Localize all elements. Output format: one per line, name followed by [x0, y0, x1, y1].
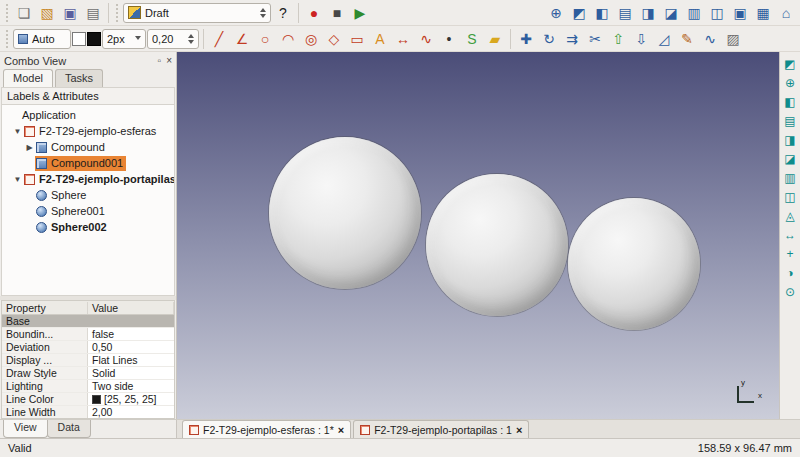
view-rear-icon[interactable]: ◪	[781, 149, 800, 168]
macro-record-icon[interactable]: ●	[303, 2, 325, 24]
zoom-in-icon[interactable]: ⊙	[781, 282, 800, 301]
view-fit-all-icon[interactable]: ⊕	[781, 73, 800, 92]
draft-polygon-icon[interactable]: ◇	[323, 28, 345, 50]
view-fit-all-icon[interactable]: ⊕	[545, 2, 567, 24]
panel-title-bar[interactable]: Combo View ▫ ×	[0, 52, 176, 69]
macro-stop-icon[interactable]: ■	[326, 2, 348, 24]
tab-doc-esferas[interactable]: F2-T29-ejemplo-esferas : 1* ×	[182, 420, 351, 438]
property-row-line-width[interactable]: Line Width 2,00	[2, 406, 174, 419]
view-dimetric-icon[interactable]: ▣	[729, 2, 751, 24]
property-row-draw-style[interactable]: Draw Style Solid	[2, 367, 174, 380]
sphere-3d-2[interactable]	[426, 174, 568, 316]
view-left-icon[interactable]: ◫	[706, 2, 728, 24]
close-tab-icon[interactable]: ×	[516, 424, 522, 436]
sphere-3d-1[interactable]	[269, 137, 421, 289]
view-left-icon[interactable]: ◫	[781, 187, 800, 206]
open-document-icon[interactable]: ▧	[36, 2, 58, 24]
draft-scale-icon[interactable]: ◿	[653, 28, 675, 50]
draft-wire-to-bspline-icon[interactable]: ∿	[699, 28, 721, 50]
view-rear-icon[interactable]: ◪	[660, 2, 682, 24]
property-row-lighting[interactable]: Lighting Two side	[2, 380, 174, 393]
close-panel-icon[interactable]: ×	[166, 55, 172, 66]
stereo-view-icon[interactable]: ◑	[781, 263, 800, 282]
float-panel-icon[interactable]: ▫	[158, 55, 162, 66]
property-row-deviation[interactable]: Deviation 0,50	[2, 341, 174, 354]
draft-text-icon[interactable]: A	[369, 28, 391, 50]
property-row-base[interactable]: Base	[2, 315, 174, 328]
close-tab-icon[interactable]: ×	[338, 424, 344, 436]
draft-rectangle-icon[interactable]: ▭	[346, 28, 368, 50]
toggle-axis-cross-icon[interactable]: +	[781, 244, 800, 263]
combo-spin-arrows-icon[interactable]	[260, 5, 266, 21]
draft-upgrade-icon[interactable]: ⇧	[607, 28, 629, 50]
tree-expand-arrow[interactable]: ▼	[12, 127, 23, 136]
face-color-swatch[interactable]	[72, 32, 86, 46]
draft-move-icon[interactable]: ✚	[515, 28, 537, 50]
tree-item-compound001[interactable]: Compound001	[2, 155, 174, 171]
print-icon[interactable]: ▤	[82, 2, 104, 24]
view-right-icon[interactable]: ◨	[637, 2, 659, 24]
toggle-clipping-icon[interactable]: ◬	[781, 206, 800, 225]
tree-item-application[interactable]: Application	[2, 107, 174, 123]
view-trimetric-icon[interactable]: ▦	[752, 2, 774, 24]
toolbar-grip[interactable]	[116, 4, 119, 22]
whatsthis-icon[interactable]: ?	[272, 2, 294, 24]
view-top-icon[interactable]: ▤	[781, 111, 800, 130]
tab-doc-portapilas[interactable]: F2-T29-ejemplo-portapilas : 1 ×	[353, 420, 529, 438]
tree-expand-arrow[interactable]: ▼	[12, 175, 23, 184]
workbench-selector[interactable]: Draft	[123, 3, 271, 23]
scale-spinbox[interactable]: 0,20	[147, 29, 199, 49]
save-document-icon[interactable]: ▣	[59, 2, 81, 24]
property-row-line-color[interactable]: Line Color [25, 25, 25]	[2, 393, 174, 406]
tree-item-compound[interactable]: ▶ Compound	[2, 139, 174, 155]
tree-expand-arrow[interactable]: ▶	[24, 143, 35, 152]
draft-dimension-icon[interactable]: ↔	[392, 28, 414, 50]
draft-bspline-icon[interactable]: ∿	[415, 28, 437, 50]
tree-item-sphere002[interactable]: Sphere002	[2, 219, 174, 235]
line-width-select[interactable]: 2px	[102, 29, 146, 49]
draft-polyline-icon[interactable]: ∠	[231, 28, 253, 50]
spinbox-arrows-icon[interactable]	[188, 31, 194, 47]
3d-viewport[interactable]: y x	[177, 52, 779, 419]
view-front-icon[interactable]: ◧	[591, 2, 613, 24]
draft-point-icon[interactable]: •	[438, 28, 460, 50]
view-bottom-icon[interactable]: ▥	[781, 168, 800, 187]
toolbar-grip[interactable]	[6, 4, 9, 22]
toolbar-grip[interactable]	[6, 30, 9, 48]
view-axonometric-icon[interactable]: ◩	[568, 2, 590, 24]
tab-tasks[interactable]: Tasks	[55, 69, 103, 87]
draft-ellipse-icon[interactable]: ◎	[300, 28, 322, 50]
draft-offset-icon[interactable]: ⇉	[561, 28, 583, 50]
tree-item-doc-esferas[interactable]: ▼ F2-T29-ejemplo-esferas	[2, 123, 174, 139]
tab-data[interactable]: Data	[47, 420, 91, 438]
sphere-3d-3[interactable]	[568, 198, 700, 330]
tree-item-sphere001[interactable]: Sphere001	[2, 203, 174, 219]
draft-arc-icon[interactable]: ◠	[277, 28, 299, 50]
draft-autogroup-button[interactable]: Auto	[13, 29, 71, 49]
draft-shape2dview-icon[interactable]: ▨	[722, 28, 744, 50]
draft-downgrade-icon[interactable]: ⇩	[630, 28, 652, 50]
new-document-icon[interactable]: ❏	[13, 2, 35, 24]
draft-facebinder-icon[interactable]: ▰	[484, 28, 506, 50]
tree-item-sphere[interactable]: Sphere	[2, 187, 174, 203]
macro-play-icon[interactable]: ▶	[349, 2, 371, 24]
measure-distance-icon[interactable]: ↔	[781, 225, 800, 244]
view-right-icon[interactable]: ◨	[781, 130, 800, 149]
draft-trimex-icon[interactable]: ✂	[584, 28, 606, 50]
property-row-bounding-box[interactable]: Boundin... false	[2, 328, 174, 341]
view-isometric-icon[interactable]: ◩	[781, 54, 800, 73]
view-front-icon[interactable]: ◧	[781, 92, 800, 111]
draft-edit-icon[interactable]: ✎	[676, 28, 698, 50]
draft-rotate-icon[interactable]: ↻	[538, 28, 560, 50]
view-bottom-icon[interactable]: ▥	[683, 2, 705, 24]
draft-line-icon[interactable]: ╱	[208, 28, 230, 50]
tree-item-doc-portapilas[interactable]: ▼ F2-T29-ejemplo-portapilas	[2, 171, 174, 187]
property-row-display-mode[interactable]: Display ... Flat Lines	[2, 354, 174, 367]
line-color-swatch[interactable]	[87, 32, 101, 46]
view-home-icon[interactable]: ⌂	[775, 2, 797, 24]
tab-view[interactable]: View	[3, 420, 48, 438]
view-top-icon[interactable]: ▤	[614, 2, 636, 24]
draft-circle-icon[interactable]: ○	[254, 28, 276, 50]
draft-shapestring-icon[interactable]: S	[461, 28, 483, 50]
tab-model[interactable]: Model	[3, 69, 53, 87]
